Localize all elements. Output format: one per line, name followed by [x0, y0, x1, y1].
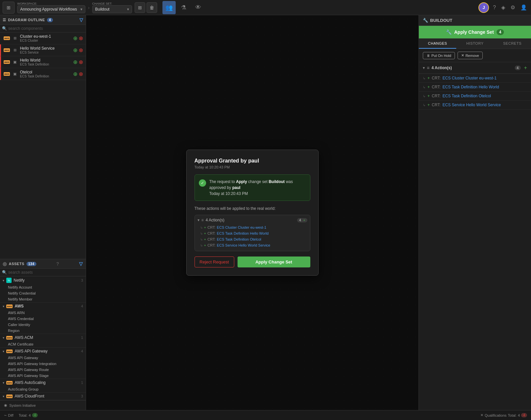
search-components-input[interactable]	[8, 26, 84, 31]
aws-icon: aws	[6, 304, 13, 308]
plus-icon: +	[427, 94, 430, 98]
diff-label: Diff	[8, 413, 13, 417]
add-icon[interactable]: ⊕	[73, 71, 77, 77]
reject-request-button[interactable]: Reject Request	[195, 257, 234, 267]
category-count: 3	[81, 394, 83, 398]
category-header[interactable]: ▾ aws AWS AutoScaling 1	[0, 379, 86, 386]
add-icon[interactable]: ⊕	[73, 59, 77, 65]
actions-count-badge: 4 +	[297, 218, 307, 222]
list-item[interactable]: Netlify Account	[0, 284, 86, 290]
table-row[interactable]: aws ⊞ Hello World Service ECS Service ⊕ …	[0, 44, 86, 56]
list-item[interactable]: AWS API Gateway	[0, 355, 86, 361]
apply-change-set-button[interactable]: Apply Change Set	[238, 257, 310, 267]
actions-label: 4 Action(s)	[206, 218, 225, 222]
remove-icon[interactable]: ⊗	[79, 35, 83, 41]
list-item[interactable]: AWS ARN	[0, 310, 86, 316]
diagram-outline-title: DIAGRAM OUTLINE	[8, 18, 45, 22]
workspace-dropdown[interactable]: Announcing Approval Workflows	[17, 5, 85, 13]
remove-icon[interactable]: ⊗	[79, 59, 83, 65]
action-link[interactable]: ECS Service Hello World Service	[217, 243, 270, 247]
list-item[interactable]: Caller Identity	[0, 322, 86, 328]
plus-icon: +	[204, 237, 206, 241]
category-header[interactable]: ▾ aws AWS API Gateway 4	[0, 348, 86, 355]
add-icon[interactable]: ⊕	[73, 35, 77, 41]
table-row[interactable]: aws ⊞ Cluster eu-west-1 ECS Cluster ⊕ ⊗	[0, 32, 86, 44]
indent-icon: ↳	[423, 76, 425, 80]
category-header[interactable]: ▾ aws AWS 4	[0, 303, 86, 310]
crt-label: CRT:	[432, 76, 440, 80]
remove-icon[interactable]: ⊗	[79, 47, 83, 53]
discord-icon[interactable]: ◈	[500, 3, 507, 12]
chevron-down-icon: ▾	[3, 304, 4, 308]
list-item[interactable]: AutoScaling Group	[0, 386, 86, 392]
search-icon: 🔍	[2, 26, 7, 31]
apply-change-set-button[interactable]: 🔧 Apply Change Set 4	[419, 26, 531, 39]
category-name: AWS API Gateway	[15, 349, 48, 353]
item-name: Otelcol	[20, 70, 71, 74]
settings-icon[interactable]: ⚙	[509, 3, 516, 12]
actions-label: 4 Action(s)	[431, 66, 452, 70]
category-header[interactable]: ▾ aws AWS ACM 1	[0, 334, 86, 341]
list-item[interactable]: Netlify Member	[0, 296, 86, 302]
plus-icon: +	[427, 76, 430, 80]
tab-history[interactable]: HISTORY	[456, 39, 494, 49]
action-link[interactable]: ECS Task Definition Hello World	[442, 85, 499, 89]
changeset-dropdown[interactable]: Buildout	[92, 5, 132, 13]
crt-label: CRT:	[207, 231, 215, 235]
list-item[interactable]: AWS API Gateway Route	[0, 367, 86, 373]
remove-icon[interactable]: ⊗	[79, 71, 83, 77]
table-row[interactable]: aws ▣ Hello World ECS Task Definition ⊕ …	[0, 56, 86, 68]
put-on-hold-button[interactable]: ⏸ Put On Hold	[423, 52, 455, 59]
add-icon[interactable]: +	[524, 65, 527, 71]
list-item[interactable]: Region	[0, 328, 86, 334]
action-link[interactable]: ECS Service Hello World Service	[442, 103, 501, 107]
list-item[interactable]: AWS API Gateway Stage	[0, 373, 86, 379]
asset-category-acm: ▾ aws AWS ACM 1 ACM Certificate	[0, 334, 86, 348]
right-tab-actions: ⏸ Put On Hold ✕ Remove	[419, 49, 531, 62]
item-actions: ⊕ ⊗	[73, 59, 83, 65]
crt-label: CRT:	[207, 243, 215, 247]
search-assets-input[interactable]	[8, 270, 84, 275]
indent-icon: ↳	[200, 226, 203, 229]
tab-changes[interactable]: CHANGES	[419, 39, 456, 49]
filter-icon[interactable]: ▽	[79, 17, 83, 23]
item-type: ECS Task Definition	[20, 74, 71, 78]
action-link[interactable]: ECS Task Definition Hello World	[217, 231, 269, 235]
changeset-info: CHANGE SET: Buildout	[92, 2, 132, 13]
assets-search-bar: 🔍	[0, 269, 86, 276]
assets-header: ◎ ASSETS 134 ? ▽	[0, 259, 86, 269]
list-item[interactable]: AWS API Gateway Integration	[0, 361, 86, 367]
list-item[interactable]: AWS Credential	[0, 316, 86, 322]
action-link[interactable]: ECS Cluster Cluster eu-west-1	[217, 225, 266, 229]
list-item[interactable]: ACM Certificate	[0, 341, 86, 347]
remove-button[interactable]: ✕ Remove	[458, 52, 483, 59]
action-link[interactable]: ECS Task Definition Otelcol	[442, 94, 491, 98]
table-row[interactable]: aws ▣ Otelcol ECS Task Definition ⊕ ⊗	[0, 68, 86, 80]
nav-eye-btn[interactable]: 👁	[192, 1, 205, 14]
diagram-icon-btn[interactable]: ⊞	[135, 2, 145, 13]
help-icon[interactable]: ?	[56, 261, 59, 266]
indent-icon: ↳	[200, 238, 203, 241]
category-count: 3	[81, 278, 83, 282]
modal-title: Approval Granted by paul	[195, 158, 310, 164]
action-link[interactable]: ECS Cluster Cluster eu-west-1	[442, 76, 496, 80]
nav-diagram-btn[interactable]: 👥	[162, 1, 176, 14]
category-header[interactable]: ▾ N Netlify 3	[0, 276, 86, 284]
nav-lab-btn[interactable]: ⚗	[177, 1, 190, 14]
category-header[interactable]: ▾ aws AWS CloudFront 3	[0, 393, 86, 400]
component-search-bar: 🔍	[0, 25, 86, 32]
tab-secrets[interactable]: SECRETS	[494, 39, 531, 49]
list-item[interactable]: Netlify Credential	[0, 290, 86, 296]
delete-icon-btn[interactable]: 🗑	[147, 2, 157, 13]
help-icon[interactable]: ?	[492, 3, 497, 12]
action-link[interactable]: ECS Task Definition Otelcol	[217, 237, 261, 241]
add-icon[interactable]: ⊕	[73, 47, 77, 53]
chevron-down-icon: ▾	[423, 66, 425, 70]
aws-icon: aws	[4, 48, 10, 52]
filter-icon[interactable]: ▽	[79, 261, 83, 266]
grid-icon: ⊞	[12, 35, 18, 41]
user-icon[interactable]: 👤	[519, 3, 528, 12]
assets-icon: ◎	[3, 261, 7, 266]
apply-btn-label: Apply Change Set	[454, 29, 494, 35]
crt-label: CRT:	[207, 237, 215, 241]
